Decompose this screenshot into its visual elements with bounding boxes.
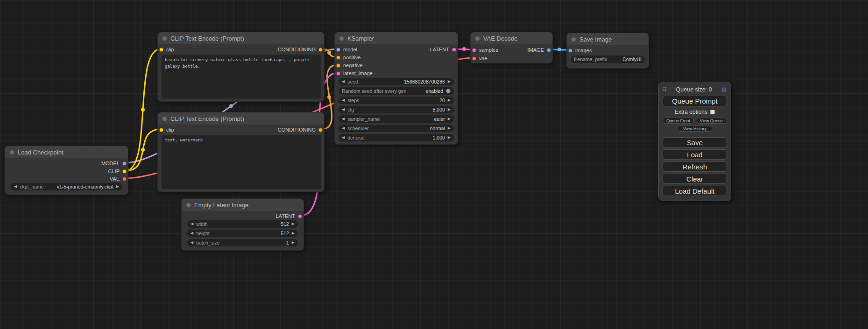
collapse-dot-icon[interactable] <box>162 36 167 41</box>
load-default-button[interactable]: Load Default <box>663 186 727 196</box>
extra-options-checkbox[interactable] <box>710 110 715 114</box>
input-port-vae[interactable] <box>472 56 476 61</box>
node-title-bar[interactable]: KSampler <box>335 32 458 44</box>
decrement-arrow-icon[interactable]: ◀ <box>342 108 345 112</box>
output-port-clip[interactable] <box>122 169 127 174</box>
node-vae-decode[interactable]: VAE Decode samples vae IMAGE <box>470 32 553 63</box>
output-port-image[interactable] <box>547 48 551 52</box>
node-title-bar[interactable]: Empty Latent Image <box>182 199 303 211</box>
decrement-arrow-icon[interactable]: ◀ <box>191 222 193 226</box>
decrement-arrow-icon[interactable]: ◀ <box>342 136 345 140</box>
output-slot-conditioning[interactable]: CONDITIONING <box>278 126 323 133</box>
output-port-model[interactable] <box>122 161 127 166</box>
increment-arrow-icon[interactable]: ▶ <box>448 80 451 84</box>
node-title-bar[interactable]: CLIP Text Encode (Prompt) <box>158 112 324 125</box>
input-slot-clip[interactable]: clip <box>159 46 174 53</box>
increment-arrow-icon[interactable]: ▶ <box>448 126 451 130</box>
positive-prompt-textarea[interactable]: beautiful scenery nature glass bottle la… <box>162 55 321 98</box>
widget-width[interactable]: ◀ width 512 ▶ <box>187 220 298 228</box>
input-slot-model[interactable]: model <box>336 46 357 53</box>
input-slot-vae[interactable]: vae <box>472 55 487 62</box>
input-port-model[interactable] <box>336 48 340 52</box>
input-slot-positive[interactable]: positive <box>336 54 360 61</box>
output-slot-conditioning[interactable]: CONDITIONING <box>278 46 323 53</box>
drag-handle-icon[interactable]: ⠿ <box>663 86 667 93</box>
collapse-dot-icon[interactable] <box>339 36 344 41</box>
queue-front-button[interactable]: Queue Front <box>663 118 694 124</box>
collapse-dot-icon[interactable] <box>475 36 480 41</box>
output-port-latent[interactable] <box>298 214 302 218</box>
toggle-dot[interactable] <box>446 89 451 93</box>
output-port-conditioning[interactable] <box>318 128 323 132</box>
node-title-bar[interactable]: Load Checkpoint <box>5 146 128 158</box>
widget-scheduler[interactable]: ◀ scheduler normal ▶ <box>339 125 454 132</box>
decrement-arrow-icon[interactable]: ◀ <box>342 80 345 84</box>
output-port-latent[interactable] <box>452 48 456 52</box>
collapse-dot-icon[interactable] <box>572 37 576 42</box>
collapse-dot-icon[interactable] <box>10 150 14 154</box>
input-slot-clip[interactable]: clip <box>159 126 174 133</box>
node-title-bar[interactable]: Save Image <box>567 33 649 45</box>
refresh-button[interactable]: Refresh <box>663 161 727 172</box>
input-slot-latent-image[interactable]: latent_image <box>336 70 373 77</box>
input-port-clip[interactable] <box>159 48 163 52</box>
widget-steps[interactable]: ◀ steps 20 ▶ <box>339 97 454 104</box>
node-clip-text-encode-negative[interactable]: CLIP Text Encode (Prompt) clip CONDITION… <box>157 112 325 192</box>
input-port-latent-image[interactable] <box>336 71 340 76</box>
clear-button[interactable]: Clear <box>663 174 727 184</box>
input-port-images[interactable] <box>568 49 572 53</box>
decrement-arrow-icon[interactable]: ◀ <box>191 231 193 235</box>
input-port-negative[interactable] <box>336 63 340 68</box>
decrement-arrow-icon[interactable]: ◀ <box>191 241 193 245</box>
node-title-bar[interactable]: VAE Decode <box>471 32 552 44</box>
input-slot-negative[interactable]: negative <box>336 62 363 69</box>
increment-arrow-icon[interactable]: ▶ <box>292 241 295 245</box>
node-load-checkpoint[interactable]: Load Checkpoint MODEL CLIP VAE ◀ ckpt_na… <box>5 146 128 195</box>
increment-arrow-icon[interactable]: ▶ <box>448 108 451 112</box>
output-port-vae[interactable] <box>122 177 127 181</box>
widget-filename-prefix[interactable]: filename_prefix ComfyUI <box>571 56 645 63</box>
input-port-positive[interactable] <box>336 56 340 60</box>
output-slot-latent[interactable]: LATENT <box>276 213 302 219</box>
decrement-arrow-icon[interactable]: ◀ <box>342 126 345 130</box>
decrement-arrow-icon[interactable]: ◀ <box>342 98 345 102</box>
save-button[interactable]: Save <box>663 137 727 147</box>
node-title-bar[interactable]: CLIP Text Encode (Prompt) <box>158 32 324 44</box>
widget-denoise[interactable]: ◀ denoise 1.000 ▶ <box>339 134 454 141</box>
queue-prompt-button[interactable]: Queue Prompt <box>663 96 727 106</box>
input-port-clip[interactable] <box>159 128 163 132</box>
output-slot-vae[interactable]: VAE <box>110 175 127 182</box>
output-slot-image[interactable]: IMAGE <box>528 47 551 53</box>
negative-prompt-textarea[interactable]: text, watermark <box>162 135 321 189</box>
settings-gear-icon[interactable]: ⚙ <box>721 86 727 93</box>
increment-arrow-icon[interactable]: ▶ <box>292 222 295 226</box>
increment-arrow-icon[interactable]: ▶ <box>448 117 451 121</box>
load-button[interactable]: Load <box>663 149 727 160</box>
output-slot-model[interactable]: MODEL <box>101 160 127 167</box>
output-slot-latent[interactable]: LATENT <box>430 46 456 53</box>
node-clip-text-encode-positive[interactable]: CLIP Text Encode (Prompt) clip CONDITION… <box>157 32 325 102</box>
collapse-dot-icon[interactable] <box>162 117 167 121</box>
widget-height[interactable]: ◀ height 512 ▶ <box>187 230 298 237</box>
node-save-image[interactable]: Save Image images filename_prefix ComfyU… <box>566 33 649 69</box>
collapse-dot-icon[interactable] <box>186 203 191 207</box>
output-slot-clip[interactable]: CLIP <box>108 168 127 175</box>
increment-arrow-icon[interactable]: ▶ <box>448 98 451 102</box>
input-slot-samples[interactable]: samples <box>472 47 498 53</box>
widget-batch-size[interactable]: ◀ batch_size 1 ▶ <box>187 239 298 246</box>
input-port-samples[interactable] <box>472 48 476 52</box>
decrement-arrow-icon[interactable]: ◀ <box>14 185 17 189</box>
decrement-arrow-icon[interactable]: ◀ <box>342 117 345 121</box>
node-empty-latent-image[interactable]: Empty Latent Image LATENT ◀ width 512 ▶ … <box>181 198 304 251</box>
increment-arrow-icon[interactable]: ▶ <box>292 231 295 235</box>
widget-sampler-name[interactable]: ◀ sampler_name euler ▶ <box>339 115 454 123</box>
input-slot-images[interactable]: images <box>568 47 592 54</box>
increment-arrow-icon[interactable]: ▶ <box>116 185 119 189</box>
widget-ckpt-name[interactable]: ◀ ckpt_name v1-5-pruned-emaonly.ckpt ▶ <box>11 183 122 190</box>
view-queue-button[interactable]: View Queue <box>696 118 727 124</box>
output-port-conditioning[interactable] <box>318 48 323 52</box>
widget-cfg[interactable]: ◀ cfg 8.000 ▶ <box>339 106 454 113</box>
widget-seed[interactable]: ◀ seed 156680208700286 ▶ <box>339 78 454 85</box>
increment-arrow-icon[interactable]: ▶ <box>448 136 451 140</box>
node-ksampler[interactable]: KSampler model positive negative latent_… <box>334 32 458 145</box>
